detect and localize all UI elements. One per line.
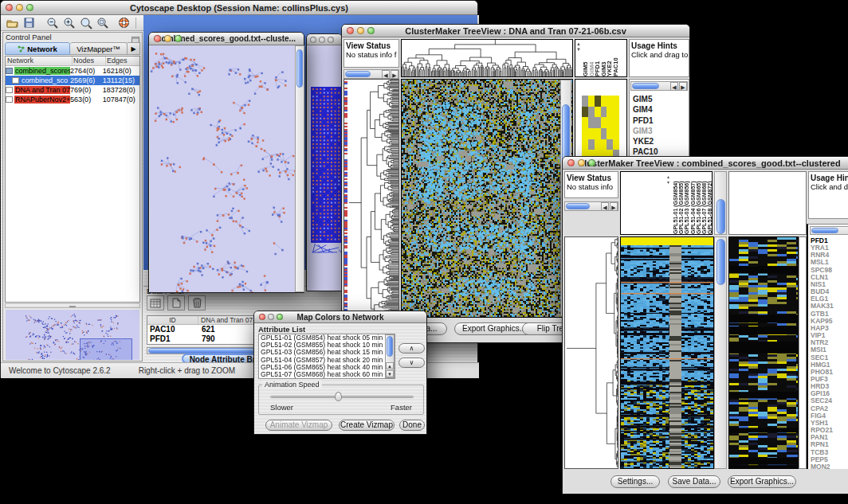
matrix-cell[interactable] — [582, 139, 588, 150]
matrix-cell[interactable] — [601, 139, 607, 150]
scrollbar-thumb[interactable] — [716, 199, 725, 234]
matrix-cell[interactable] — [601, 117, 607, 128]
scroll-down-icon[interactable]: ▼ — [386, 370, 394, 377]
background-window-titlebar[interactable] — [307, 34, 342, 45]
scroll-up-icon[interactable]: ▲ — [576, 41, 581, 46]
network-table-row[interactable]: combined_sco2569(6)13112(15) — [6, 76, 139, 85]
matrix-cell[interactable] — [601, 107, 607, 118]
tv2-label-scrollbar[interactable] — [810, 226, 848, 235]
zoom-button[interactable] — [26, 4, 33, 11]
network-window-titlebar[interactable]: combined_scores_good.txt--cluste... — [149, 33, 304, 45]
scroll-right-arrow[interactable]: ▶ — [610, 202, 618, 211]
tv2-settings-button[interactable]: Settings... — [610, 475, 660, 488]
minimize-button[interactable] — [268, 314, 274, 320]
tv2-export-graphics-button[interactable]: Export Graphics... — [728, 475, 796, 488]
attribute-listbox[interactable]: GPL51-01 (GSM854) heat shock 05 minGPL51… — [258, 334, 395, 379]
matrix-cell[interactable] — [582, 107, 588, 118]
gene-label[interactable]: PFD1 — [633, 115, 658, 126]
matrix-cell[interactable] — [601, 96, 607, 107]
speed-slider-thumb[interactable] — [335, 392, 342, 401]
background-network-window[interactable] — [306, 33, 343, 291]
close-button[interactable] — [154, 35, 161, 42]
network-vscrollbar[interactable] — [295, 45, 304, 292]
close-button[interactable] — [567, 159, 575, 166]
background-network-view[interactable] — [308, 45, 342, 291]
minimize-button[interactable] — [319, 37, 325, 43]
tv2-heatmap-vscrollbar[interactable] — [714, 236, 727, 469]
matrix-cell[interactable] — [613, 117, 619, 128]
scroll-left-arrow[interactable]: ◀ — [601, 202, 609, 211]
matrix-cell[interactable] — [582, 96, 588, 107]
minimize-button[interactable] — [164, 35, 171, 42]
tab-overflow-arrow[interactable]: ▶ — [128, 42, 140, 55]
scrollbar-thumb[interactable] — [716, 239, 725, 285]
tab-network[interactable]: Network — [5, 42, 70, 55]
move-up-button[interactable]: ∧ — [398, 343, 425, 354]
matrix-cell[interactable] — [588, 128, 595, 139]
tv1-status-scrollbar[interactable]: ◀ ▶ — [344, 69, 399, 79]
tv1-zoom-matrix[interactable] — [582, 96, 619, 161]
overview-viewport-rect[interactable] — [80, 338, 132, 360]
matrix-cell[interactable] — [595, 139, 601, 150]
scrollbar-thumb[interactable] — [632, 83, 659, 89]
network-table-row[interactable]: RNAPuberNov2+563(0)107847(0) — [6, 95, 139, 104]
network-table-row[interactable]: DNA and Tran 07769(0)183728(0) — [6, 85, 139, 95]
minimize-button[interactable] — [16, 4, 23, 11]
scrollbar-thumb[interactable] — [345, 71, 371, 77]
attribute-list-vscrollbar[interactable]: ▲ ▼ — [385, 334, 395, 378]
zoom-selected-icon[interactable] — [95, 16, 110, 29]
scroll-left-arrow[interactable]: ◀ — [382, 70, 390, 79]
zoom-button[interactable] — [367, 27, 375, 34]
matrix-cell[interactable] — [588, 139, 595, 150]
minimize-button[interactable] — [357, 27, 364, 34]
network-overview[interactable] — [6, 310, 139, 360]
gene-label[interactable]: MON2 — [811, 463, 834, 469]
close-button[interactable] — [347, 27, 354, 34]
matrix-cell[interactable] — [607, 117, 613, 128]
scroll-right-arrow[interactable]: ▶ — [679, 82, 687, 91]
gene-label[interactable]: GIM5 — [633, 94, 658, 104]
col-edges[interactable]: Edges — [106, 57, 138, 65]
matrix-cell[interactable] — [588, 117, 595, 128]
array-column-label[interactable]: PAC10 — [612, 41, 619, 76]
matrix-cell[interactable] — [582, 117, 588, 128]
tv1-heatmap[interactable] — [401, 79, 573, 318]
zoom-fit-icon[interactable] — [78, 16, 93, 29]
matrix-cell[interactable] — [613, 107, 619, 118]
attribute-list-item[interactable]: GPL51-07 (GSM868) heat shock 60 min — [259, 371, 395, 378]
help-lifering-icon[interactable] — [116, 16, 132, 29]
zoom-in-icon[interactable] — [61, 16, 77, 29]
zoom-button[interactable] — [588, 159, 595, 166]
scrollbar-thumb[interactable] — [296, 49, 303, 88]
matrix-cell[interactable] — [607, 96, 613, 107]
treeview1-titlebar[interactable]: ClusterMaker TreeView : DNA and Tran 07-… — [342, 25, 689, 37]
data-col-id[interactable]: ID — [147, 316, 198, 324]
tv2-status-scrollbar[interactable]: ◀ ▶ — [564, 201, 618, 211]
scrollbar-thumb[interactable] — [387, 336, 393, 357]
treeview2-titlebar[interactable]: ClusterMaker TreeView : combined_scores_… — [563, 157, 848, 170]
matrix-cell[interactable] — [582, 128, 588, 139]
dialog-titlebar[interactable]: Map Colors to Network — [254, 311, 426, 323]
zoom-button[interactable] — [328, 37, 334, 43]
zoom-button[interactable] — [277, 314, 283, 320]
col-network[interactable]: Network — [6, 57, 73, 65]
gene-label[interactable]: YKE2 — [633, 136, 658, 147]
col-nodes[interactable]: Nodes — [73, 57, 106, 65]
close-button[interactable] — [259, 314, 265, 320]
gene-label[interactable]: GIM3 — [633, 126, 658, 136]
minimize-button[interactable] — [578, 159, 585, 166]
delete-attribute-icon[interactable] — [188, 295, 206, 311]
tv1-array-dendrogram[interactable] — [401, 39, 573, 77]
array-column-label[interactable]: GPL51-08 (GSM872) — [706, 174, 713, 234]
scroll-up-icon[interactable]: ▴ — [667, 174, 669, 179]
gene-label[interactable]: GIM4 — [633, 104, 658, 115]
tab-vizmapper[interactable]: VizMapper™ — [70, 42, 128, 55]
matrix-cell[interactable] — [595, 96, 601, 107]
panel-splitter[interactable] — [5, 303, 140, 308]
matrix-cell[interactable] — [613, 96, 619, 107]
open-file-icon[interactable] — [5, 16, 20, 29]
scroll-right-arrow[interactable]: ▶ — [391, 70, 398, 79]
zoom-button[interactable] — [175, 35, 182, 42]
done-button[interactable]: Done — [399, 420, 425, 431]
close-button[interactable] — [310, 37, 316, 43]
